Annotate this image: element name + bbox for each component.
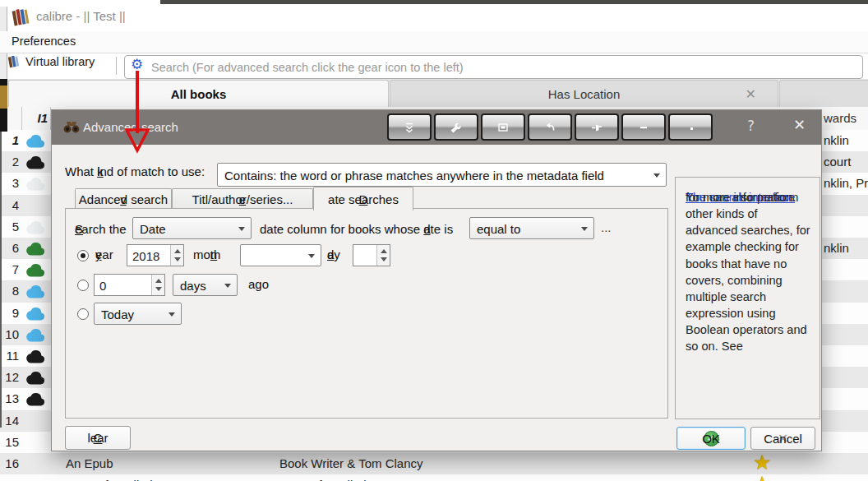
spinner-buttons[interactable] [151, 275, 164, 295]
count-value: 0 [99, 278, 106, 292]
today-combobox[interactable]: Today [94, 303, 182, 325]
cloud-status-icon [25, 134, 47, 148]
day-label: day [327, 247, 340, 261]
book-author: Even After All These Years [279, 478, 425, 481]
rating-star-icon: ★ [753, 472, 771, 481]
window-icon[interactable] [481, 113, 525, 141]
row-number: 10 [2, 327, 19, 341]
chevron-down-icon [308, 254, 315, 258]
rating-star-icon: ★ [753, 451, 771, 474]
red-annotation-arrow [119, 66, 160, 156]
author-fragment: nklin [824, 241, 849, 255]
row-number: 6 [2, 241, 19, 255]
count-spinner[interactable]: 0 [94, 274, 165, 296]
year-spinner[interactable]: 2018 [127, 244, 184, 266]
radio-exact-date[interactable] [77, 250, 89, 261]
tab-advanced-search[interactable]: Advanced search [75, 188, 172, 210]
undo-icon[interactable] [528, 113, 572, 141]
date-relation-value: equal to [477, 221, 520, 235]
spin-down-icon[interactable] [381, 257, 387, 261]
row-number: 3 [2, 176, 19, 190]
help-text-after: for more information. [686, 189, 796, 206]
table-row[interactable]: 17 Even After All These Years Even After… [0, 474, 868, 481]
cloud-status-icon [25, 199, 47, 213]
ok-label: OK [702, 432, 720, 446]
date-column-combobox[interactable]: Date [132, 217, 252, 239]
spinner-buttons[interactable] [170, 245, 183, 266]
chevron-down-icon [653, 173, 660, 178]
author-fragment: nklin [824, 133, 849, 147]
cancel-button[interactable]: ✕ Cancel [750, 427, 815, 450]
cancel-label: Cancel [764, 432, 802, 446]
wrench-icon[interactable] [434, 113, 478, 141]
row-number: 11 [2, 349, 19, 363]
row-number: 14 [2, 414, 19, 428]
spin-up-icon[interactable] [155, 279, 162, 283]
row-number: 5 [2, 220, 19, 234]
date-column-middle-label: date column for books whose date is [260, 222, 453, 236]
dot-icon[interactable] [668, 113, 713, 141]
row-number: 16 [2, 456, 19, 470]
tab-title-author-series[interactable]: Title/author/series... [172, 188, 313, 210]
cloud-status-icon [25, 307, 47, 321]
left-edge-line [0, 132, 2, 428]
cloud-status-icon [25, 349, 47, 363]
cloud-status-icon [25, 414, 47, 428]
date-column-value: Date [140, 221, 166, 235]
tab-date-searches[interactable]: Date searches [313, 187, 413, 210]
spin-up-icon[interactable] [381, 249, 387, 253]
book-title: An Epub [66, 456, 113, 470]
day-spinner[interactable] [353, 244, 390, 266]
dialog-help-icon[interactable]: ? [747, 118, 755, 134]
year-value: 2018 [132, 248, 159, 262]
row-number: 1 [2, 133, 19, 147]
spin-down-icon[interactable] [174, 257, 181, 261]
match-kind-combobox[interactable]: Contains: the word or phrase matches any… [217, 163, 667, 187]
row-number: 2 [2, 155, 19, 169]
pin-icon[interactable] [575, 113, 619, 141]
minimize-icon[interactable] [621, 113, 666, 141]
chevron-down-icon [238, 227, 245, 231]
dialog-close-icon[interactable]: ✕ [793, 116, 806, 133]
advanced-search-dialog: Advanced search ? ✕ What kind of match t… [51, 109, 822, 451]
clear-button[interactable]: Clear [65, 426, 131, 450]
month-combobox[interactable] [240, 244, 321, 266]
date-relation-combobox[interactable]: equal to [469, 217, 594, 239]
author-fragment: nklin, Pr [824, 176, 868, 190]
chevron-down-icon [169, 312, 175, 317]
unit-value: days [180, 278, 206, 292]
binoculars-icon [63, 121, 80, 133]
cloud-status-icon [25, 328, 47, 342]
book-spine-fragment [0, 86, 7, 109]
ellipsis-label: ... [601, 220, 612, 234]
author-fragment: court [824, 155, 851, 169]
cloud-status-icon [25, 457, 47, 471]
book-title: Even After All These Years [66, 478, 211, 481]
cloud-status-icon [25, 263, 47, 277]
cloud-status-icon [25, 392, 47, 406]
row-number: 8 [2, 284, 19, 298]
match-kind-value: Contains: the word or phrase matches any… [224, 168, 604, 182]
ago-label: ago [248, 277, 269, 291]
table-row[interactable]: 16 An Epub Book Writer & Tom Clancy ★ [0, 453, 868, 475]
cloud-status-icon [25, 177, 47, 191]
help-text-before: You can also perform other kinds of adva… [686, 189, 810, 354]
row-number: 13 [2, 391, 19, 405]
cloud-status-icon [25, 242, 47, 256]
cloud-status-icon [25, 284, 47, 298]
chevron-down-icon [581, 227, 588, 231]
radio-today[interactable] [77, 308, 89, 320]
book-author: Book Writer & Tom Clancy [279, 456, 423, 470]
match-kind-label: What kind of match to use: [65, 164, 205, 178]
spinner-buttons[interactable] [376, 245, 390, 266]
collapse-icon[interactable] [387, 113, 432, 141]
ok-button[interactable]: ✓ OK [676, 427, 746, 450]
radio-days-ago[interactable] [77, 280, 89, 291]
cloud-status-icon [25, 155, 47, 169]
year-label: year [95, 247, 113, 261]
spin-down-icon[interactable] [155, 287, 162, 291]
unit-combobox[interactable]: days [173, 274, 238, 296]
spin-up-icon[interactable] [174, 249, 181, 253]
help-panel: You can also perform other kinds of adva… [675, 177, 820, 419]
cloud-status-icon [25, 371, 47, 385]
